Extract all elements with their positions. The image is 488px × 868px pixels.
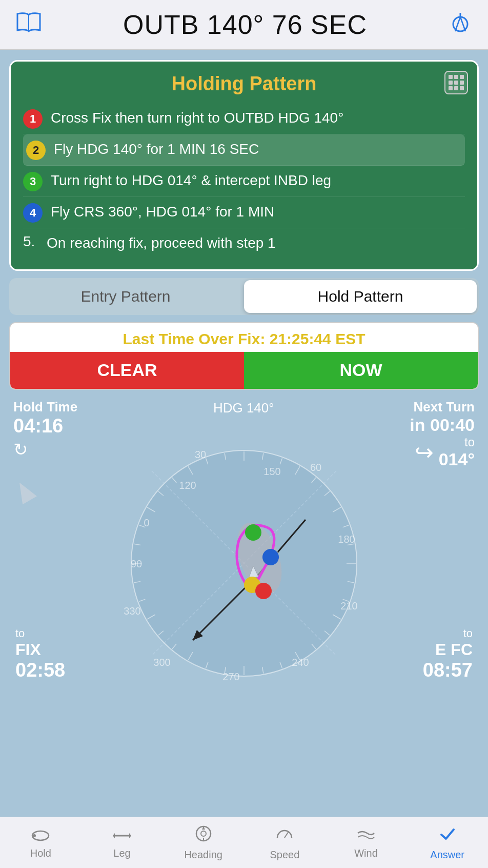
- tab-speed-label: Speed: [270, 849, 299, 861]
- svg-point-61: [245, 524, 261, 541]
- book-icon[interactable]: [15, 11, 42, 38]
- svg-text:120: 120: [179, 480, 196, 491]
- clear-button[interactable]: CLEAR: [10, 352, 244, 389]
- next-turn-in: in 00:40: [410, 415, 475, 435]
- svg-marker-68: [113, 833, 115, 838]
- main-content: Holding Pattern 1 Cross Fix then turn ri…: [0, 50, 488, 817]
- holding-pattern-card: Holding Pattern 1 Cross Fix then turn ri…: [9, 60, 479, 271]
- compass-icon[interactable]: [448, 10, 473, 40]
- hold-pattern-button[interactable]: Hold Pattern: [244, 280, 477, 313]
- segment-toggle: Entry Pattern Hold Pattern: [9, 278, 479, 315]
- compass-bottom-labels: to FIX 02:58 to E FC 08:57: [9, 627, 479, 681]
- header: OUTB 140° 76 SEC: [0, 0, 488, 50]
- tab-speed[interactable]: Speed: [244, 817, 326, 868]
- next-turn-to: to 014°: [439, 435, 475, 469]
- to-efc-section: to E FC 08:57: [423, 627, 473, 681]
- step-number-5: 5.: [23, 233, 38, 250]
- leg-tab-icon: [113, 826, 131, 845]
- svg-text:30: 30: [195, 449, 206, 460]
- svg-text:210: 210: [340, 600, 357, 611]
- step-text-5: On reaching fix, proceed with step 1: [47, 233, 465, 253]
- tab-answer[interactable]: Answer: [406, 817, 488, 868]
- step-text-1: Cross Fix then turn right to OUTBD HDG 1…: [51, 108, 465, 128]
- timer-label: Last Time Over Fix: 21:25:44 EST: [10, 323, 478, 352]
- next-turn-value: 014°: [439, 449, 475, 469]
- hold-time-section: Hold Time 04:16 ↻: [13, 399, 77, 460]
- wind-tab-icon: [357, 826, 375, 845]
- timer-box: Last Time Over Fix: 21:25:44 EST CLEAR N…: [9, 322, 479, 390]
- tab-leg[interactable]: Leg: [82, 817, 163, 868]
- svg-text:60: 60: [310, 462, 321, 473]
- step-row-3: 3 Turn right to HDG 014° & intercept INB…: [23, 166, 465, 197]
- step-badge-2: 2: [26, 141, 46, 160]
- svg-point-62: [262, 549, 279, 565]
- svg-text:180: 180: [338, 534, 355, 545]
- svg-text:90: 90: [131, 558, 142, 569]
- recycle-icon: ↻: [13, 439, 77, 460]
- header-title: OUTB 140° 76 SEC: [123, 9, 367, 40]
- next-turn-section: Next Turn in 00:40 ↪ to 014°: [410, 399, 475, 469]
- step-badge-4: 4: [23, 203, 43, 223]
- svg-marker-69: [129, 833, 131, 838]
- step-text-4: Fly CRS 360°, HDG 014° for 1 MIN: [51, 202, 465, 222]
- step-badge-1: 1: [23, 109, 43, 129]
- heading-tab-icon: [194, 824, 213, 847]
- hold-tab-icon: [31, 826, 50, 845]
- tab-answer-label: Answer: [430, 849, 464, 861]
- svg-text:150: 150: [263, 466, 280, 477]
- timer-buttons: CLEAR NOW: [10, 352, 478, 389]
- tab-heading-label: Heading: [184, 849, 222, 861]
- step-text-2: Fly HDG 140° for 1 MIN 16 SEC: [54, 140, 462, 159]
- tab-hold[interactable]: Hold: [0, 817, 82, 868]
- grid-icon[interactable]: [444, 71, 468, 94]
- step-row-4: 4 Fly CRS 360°, HDG 014° for 1 MIN: [23, 197, 465, 228]
- left-airplane-icon: [16, 481, 33, 502]
- answer-tab-icon: [438, 824, 457, 847]
- speed-tab-icon: [275, 824, 294, 847]
- compass-area: Hold Time 04:16 ↻ HDG 140° Next Turn in …: [9, 399, 479, 686]
- entry-pattern-button[interactable]: Entry Pattern: [9, 278, 242, 315]
- svg-point-71: [201, 831, 206, 836]
- step-text-3: Turn right to HDG 014° & intercept INBD …: [51, 171, 465, 190]
- step-row-5: 5. On reaching fix, proceed with step 1: [23, 228, 465, 258]
- hdg-label: HDG 140°: [213, 400, 274, 416]
- svg-point-64: [255, 583, 272, 599]
- tab-heading[interactable]: Heading: [162, 817, 244, 868]
- svg-line-75: [284, 832, 289, 838]
- hdg-label-section: HDG 140°: [213, 400, 274, 416]
- step-row-1: 1 Cross Fix then turn right to OUTBD HDG…: [23, 103, 465, 134]
- tab-hold-label: Hold: [30, 847, 51, 859]
- to-fix-section: to FIX 02:58: [15, 627, 65, 681]
- tab-wind[interactable]: Wind: [326, 817, 407, 868]
- step-badge-3: 3: [23, 172, 43, 191]
- turn-arrow-icon: ↪: [415, 439, 434, 465]
- tab-leg-label: Leg: [113, 847, 130, 859]
- svg-point-66: [33, 834, 36, 837]
- hold-time-label: Hold Time: [13, 399, 77, 415]
- next-turn-label: Next Turn: [410, 399, 475, 415]
- svg-text:330: 330: [124, 605, 140, 617]
- now-button[interactable]: NOW: [244, 352, 478, 389]
- tab-bar: Hold Leg Heading: [0, 817, 488, 868]
- tab-wind-label: Wind: [354, 847, 378, 859]
- hold-time-value: 04:16: [13, 415, 77, 437]
- holding-card-title: Holding Pattern: [23, 73, 465, 95]
- step-row-2: 2 Fly HDG 140° for 1 MIN 16 SEC: [23, 134, 465, 166]
